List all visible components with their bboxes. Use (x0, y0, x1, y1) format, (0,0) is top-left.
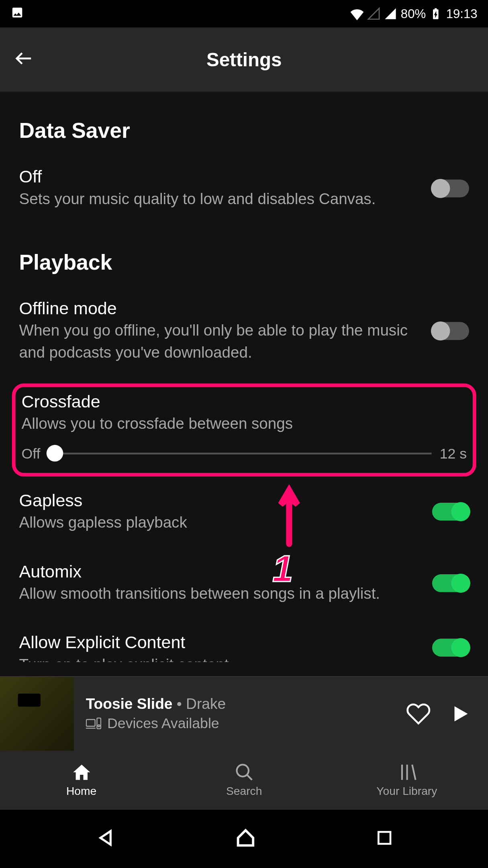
setting-offline-mode[interactable]: Offline mode When you go offline, you'll… (19, 285, 469, 377)
home-icon (71, 762, 91, 782)
setting-label: Gapless (19, 491, 423, 510)
svg-rect-4 (378, 832, 390, 844)
play-icon[interactable] (449, 702, 471, 725)
nav-library[interactable]: Your Library (325, 750, 488, 810)
search-icon (234, 762, 254, 782)
now-playing-bar[interactable]: Toosie Slide • Drake Devices Available (0, 676, 488, 750)
status-icon-left (11, 6, 24, 22)
setting-label: Off (19, 167, 423, 187)
devices-available[interactable]: Devices Available (86, 715, 406, 732)
battery-icon (429, 7, 443, 20)
setting-desc: Sets your music quality to low and disab… (19, 188, 423, 209)
nav-home[interactable]: Home (0, 750, 163, 810)
crossfade-slider[interactable] (49, 452, 431, 454)
setting-gapless[interactable]: Gapless Allows gapless playback (19, 476, 469, 547)
status-bar: 80% 19:13 (0, 0, 488, 27)
setting-desc: Turn on to play explicit content (19, 654, 423, 662)
recents-nav-icon[interactable] (375, 829, 393, 847)
album-art (0, 677, 74, 751)
back-button[interactable] (10, 44, 38, 75)
nav-search[interactable]: Search (163, 750, 325, 810)
crossfade-label: Crossfade (21, 392, 467, 411)
library-icon (397, 762, 417, 782)
setting-desc: Allow smooth transitions between songs i… (19, 583, 423, 604)
crossfade-desc: Allows you to crossfade between songs (21, 413, 467, 434)
back-nav-icon[interactable] (95, 828, 115, 848)
section-data-saver: Data Saver (19, 118, 469, 143)
devices-icon (86, 717, 102, 729)
toggle-automix[interactable] (432, 574, 469, 592)
signal-empty-icon (368, 7, 381, 20)
annotation-highlight: Crossfade Allows you to crossfade betwee… (12, 383, 476, 476)
android-nav-bar (0, 810, 488, 866)
setting-automix[interactable]: Automix Allow smooth transitions between… (19, 547, 469, 618)
slider-thumb[interactable] (46, 445, 63, 462)
svg-rect-0 (86, 719, 95, 726)
setting-desc: When you go offline, you'll only be able… (19, 320, 423, 363)
toggle-gapless[interactable] (432, 503, 469, 521)
bottom-nav: Home Search Your Library (0, 750, 488, 810)
slider-max-label: 12 s (440, 445, 467, 462)
clock: 19:13 (446, 6, 478, 21)
home-nav-icon[interactable] (234, 827, 256, 849)
signal-icon (384, 7, 397, 20)
header: Settings (0, 27, 488, 92)
heart-icon[interactable] (406, 701, 431, 726)
toggle-explicit[interactable] (432, 639, 469, 657)
setting-desc: Allows gapless playback (19, 512, 423, 533)
setting-label: Automix (19, 562, 423, 581)
now-playing-track: Toosie Slide • Drake (86, 695, 406, 712)
setting-explicit[interactable]: Allow Explicit Content Turn on to play e… (19, 618, 469, 662)
section-playback: Playback (19, 250, 469, 275)
page-title: Settings (0, 49, 488, 71)
setting-label: Allow Explicit Content (19, 633, 423, 653)
toggle-offline[interactable] (432, 322, 469, 340)
setting-label: Offline mode (19, 299, 423, 319)
svg-point-2 (98, 725, 100, 727)
battery-percent: 80% (401, 6, 426, 21)
wifi-icon (351, 7, 364, 20)
slider-min-label: Off (21, 445, 40, 462)
toggle-data-saver[interactable] (432, 179, 469, 197)
setting-data-saver-off[interactable]: Off Sets your music quality to low and d… (19, 153, 469, 224)
svg-point-3 (237, 765, 248, 776)
annotation-number: 1 (272, 547, 293, 590)
